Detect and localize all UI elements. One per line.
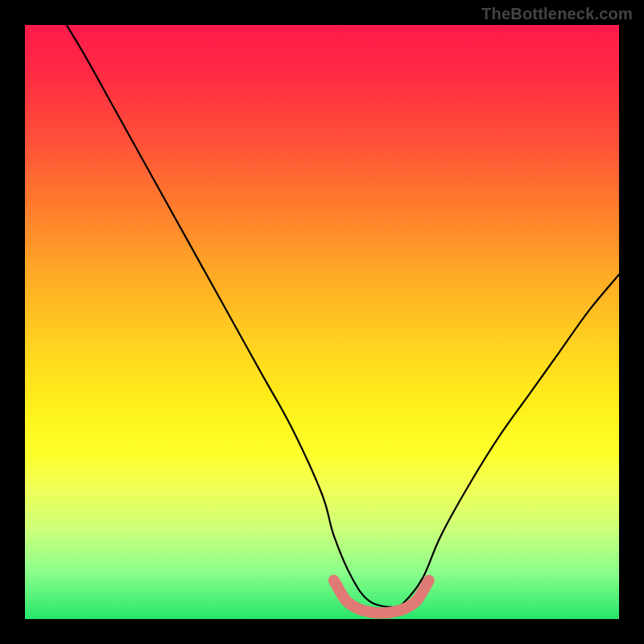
chart-svg [25,25,619,619]
bottleneck-curve [67,25,619,607]
plot-area [25,25,619,619]
chart-frame: TheBottleneck.com [0,0,644,644]
optimal-region-highlight [334,580,429,613]
watermark-text: TheBottleneck.com [481,5,633,23]
